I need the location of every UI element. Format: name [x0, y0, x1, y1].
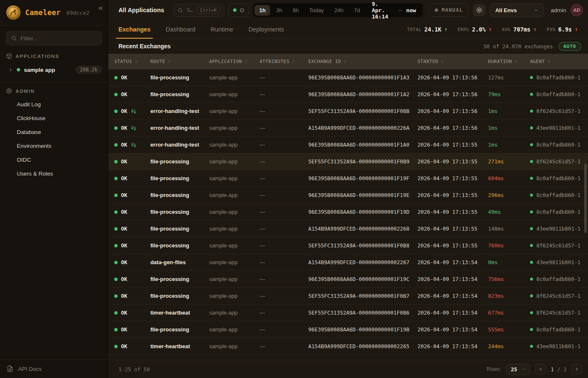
table-row[interactable]: OK file-processing sample-app — 96E395B0…: [108, 271, 588, 288]
column-header-route[interactable]: ROUTE: [150, 59, 209, 64]
table-row[interactable]: OK error-handling-test sample-app — 96E3…: [108, 136, 588, 153]
status-text: OK: [121, 310, 127, 316]
date-range-display[interactable]: 9. Apr. 16:14 — now: [366, 1, 421, 20]
status-text: OK: [121, 326, 127, 333]
avatar[interactable]: AD: [570, 4, 583, 16]
theme-toggle-button[interactable]: [473, 4, 486, 16]
chevron-right-icon[interactable]: [8, 68, 13, 72]
duration-cell: 49ms: [488, 209, 530, 215]
agent-id: 8f6245c61d57-1: [536, 293, 580, 299]
admin-nav: Audit LogClickHouseDatabaseEnvironmentsO…: [0, 97, 108, 181]
scrollbar-thumb[interactable]: [584, 164, 587, 233]
next-page-button[interactable]: [571, 364, 582, 375]
sidebar-item-database[interactable]: Database: [0, 126, 108, 139]
table-row[interactable]: OK file-processing sample-app — 5EF55FC3…: [108, 288, 588, 304]
column-header-started[interactable]: STARTED: [417, 59, 488, 64]
started-cell: 2026-04-09 17:13:55: [417, 158, 488, 165]
duration-cell: 148ms: [488, 226, 530, 232]
range-button-1h[interactable]: 1h: [255, 5, 270, 16]
duration-cell: 0ms: [488, 259, 530, 265]
search-icon: [178, 8, 183, 13]
sidebar-item-clickhouse[interactable]: ClickHouse: [0, 112, 108, 125]
api-docs-link[interactable]: API Docs: [0, 359, 108, 378]
status-dot: [114, 110, 118, 113]
range-button-7d[interactable]: 7d: [349, 5, 365, 16]
stat-total: TOTAL 24.1K ↑: [407, 26, 447, 33]
agent-status-dot: [530, 328, 533, 331]
table-row[interactable]: OK file-processing sample-app — 96E395B0…: [108, 69, 588, 86]
tab-exchanges[interactable]: Exchanges: [118, 20, 151, 38]
attributes-cell: —: [260, 242, 308, 249]
column-header-attributes[interactable]: ATTRIBUTES: [260, 59, 308, 64]
sidebar-item-environments[interactable]: Environments: [0, 140, 108, 152]
attributes-cell: —: [260, 74, 308, 81]
tab-runtime[interactable]: Runtime: [210, 20, 233, 38]
table-row[interactable]: OK file-processing sample-app — 5EF55FC3…: [108, 153, 588, 170]
global-search-button[interactable]: S… Ctrl+K: [173, 4, 224, 17]
status-cell: OK: [114, 259, 150, 265]
duration-cell: 555ms: [488, 326, 530, 333]
exchange-id-cell: 96E395B0088AA6D-000000000001F1A2: [308, 91, 417, 97]
application-cell: sample-app: [209, 158, 260, 165]
online-status-button[interactable]: O: [228, 3, 249, 17]
range-button-6h[interactable]: 6h: [288, 5, 303, 16]
tab-deployments[interactable]: Deployments: [248, 20, 284, 38]
agent-cell: 43ee9811b801-1: [530, 343, 588, 349]
column-header-exchange-id[interactable]: EXCHANGE ID: [308, 59, 417, 64]
agent-id: 8c0affadb860-1: [536, 142, 580, 148]
sidebar-item-sample-app[interactable]: sample app 208.2k: [0, 62, 108, 77]
sidebar-item-users-roles[interactable]: Users & Roles: [0, 168, 108, 180]
agent-id: 8c0affadb860-1: [536, 192, 580, 198]
tab-dashboard[interactable]: Dashboard: [165, 20, 195, 38]
stat-err: ERR% 2.0% ↑: [458, 26, 492, 33]
agent-status-dot: [530, 244, 533, 247]
status-text: OK: [121, 209, 127, 215]
column-header-application[interactable]: APPLICATION: [209, 59, 260, 64]
status-text: OK: [121, 226, 127, 232]
auto-refresh-badge[interactable]: AUTO: [559, 42, 582, 51]
application-cell: sample-app: [209, 276, 260, 282]
duration-cell: 604ms: [488, 175, 530, 181]
table-row[interactable]: OK file-processing sample-app — 96E395B0…: [108, 187, 588, 204]
table-row[interactable]: OK file-processing sample-app — 96E395B0…: [108, 170, 588, 187]
chevron-down-icon: [534, 8, 538, 13]
manual-refresh-button[interactable]: MANUAL: [429, 3, 469, 17]
started-cell: 2026-04-09 17:13:55: [417, 175, 488, 181]
table-row[interactable]: OK error-handling-test sample-app — A154…: [108, 120, 588, 136]
exchange-id-cell: A154B9A999DFCED-0000000000002265: [308, 343, 417, 349]
sidebar-collapse-icon[interactable]: [97, 5, 104, 11]
table-row[interactable]: OK file-processing sample-app — 96E395B0…: [108, 86, 588, 103]
table-row[interactable]: OK timer-heartbeat sample-app — 5EF55FC3…: [108, 304, 588, 321]
rows-per-page-select[interactable]: 25: [506, 364, 530, 375]
chevron-down-icon: [522, 368, 525, 371]
range-button-3h[interactable]: 3h: [271, 5, 286, 16]
column-header-duration[interactable]: DURATION: [488, 59, 530, 64]
agent-id: 8c0affadb860-1: [536, 91, 580, 97]
table-row[interactable]: OK file-processing sample-app — 96E395B0…: [108, 321, 588, 338]
application-cell: sample-app: [209, 310, 260, 316]
table-row[interactable]: OK data-gen-files sample-app — A154B9A99…: [108, 254, 588, 271]
manual-label: MANUAL: [442, 7, 463, 13]
column-header-status[interactable]: STATUS: [114, 59, 150, 64]
prev-page-button[interactable]: [535, 364, 546, 375]
started-cell: 2026-04-09 17:13:55: [417, 192, 488, 198]
duration-cell: 127ms: [488, 74, 530, 81]
env-select[interactable]: All Envs: [490, 3, 544, 17]
table-row[interactable]: OK timer-heartbeat sample-app — A154B9A9…: [108, 338, 588, 355]
sidebar-item-audit-log[interactable]: Audit Log: [0, 98, 108, 111]
column-header-agent[interactable]: AGENT: [530, 59, 588, 64]
sidebar-filter-input[interactable]: Filter...: [6, 31, 102, 45]
duration-cell: 1ms: [488, 142, 530, 148]
application-cell: sample-app: [209, 242, 260, 249]
table-row[interactable]: OK file-processing sample-app — A154B9A9…: [108, 220, 588, 237]
range-button-24h[interactable]: 24h: [330, 5, 348, 16]
table-row[interactable]: OK file-processing sample-app — 5EF55FC3…: [108, 237, 588, 254]
range-button-today[interactable]: Today: [304, 5, 328, 16]
search-icon: [11, 35, 17, 41]
status-cell: OK: [114, 74, 150, 81]
exchange-id-cell: 96E395B0088AA6D-000000000001F19E: [308, 192, 417, 198]
sidebar-item-oidc[interactable]: OIDC: [0, 154, 108, 166]
table-row[interactable]: OK file-processing sample-app — 96E395B0…: [108, 204, 588, 220]
api-docs-label: API Docs: [18, 366, 42, 372]
table-row[interactable]: OK error-handling-test sample-app — 5EF5…: [108, 103, 588, 120]
